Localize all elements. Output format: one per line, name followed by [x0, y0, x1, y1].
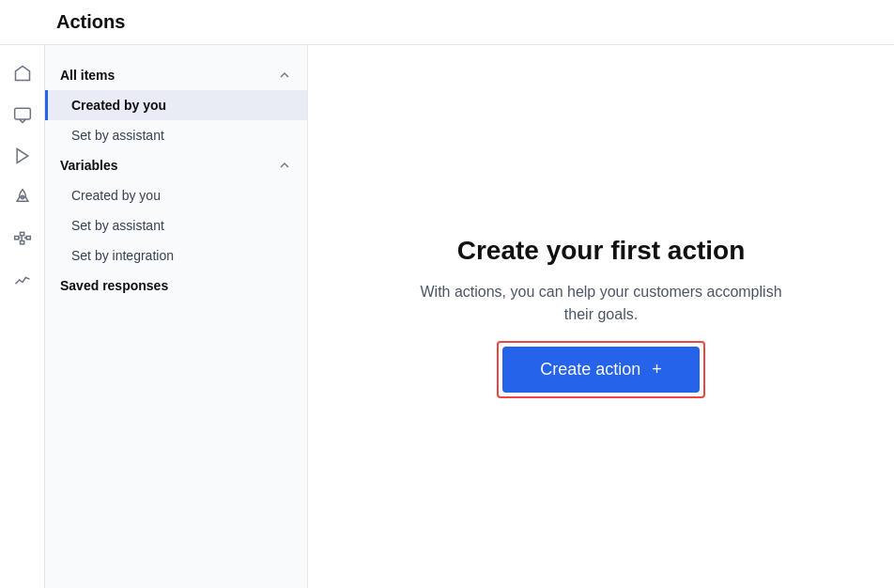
svg-rect-4: [20, 232, 23, 235]
create-action-btn-wrapper: Create action +: [497, 341, 705, 398]
variables-created-by-you-label: Created by you: [71, 188, 161, 203]
main-content: Create your first action With actions, y…: [308, 45, 894, 588]
plus-icon: +: [652, 360, 662, 379]
chevron-up-icon: [277, 68, 292, 83]
sidebar-item-variables-set-by-integration[interactable]: Set by integration: [45, 240, 307, 271]
set-by-assistant-label: Set by assistant: [71, 128, 164, 143]
saved-responses-section-header[interactable]: Saved responses: [45, 271, 307, 301]
nav-play[interactable]: [6, 139, 39, 173]
all-items-label: All items: [60, 68, 115, 83]
sidebar-item-variables-created-by-you[interactable]: Created by you: [45, 180, 307, 210]
empty-state: Create your first action With actions, y…: [413, 236, 789, 398]
all-items-section-header[interactable]: All items: [45, 60, 307, 90]
nav-home[interactable]: [6, 56, 39, 90]
created-by-you-label: Created by you: [71, 98, 166, 113]
svg-rect-0: [14, 108, 30, 119]
variables-set-by-assistant-label: Set by assistant: [71, 218, 164, 233]
svg-rect-6: [26, 237, 30, 240]
svg-rect-3: [14, 237, 18, 240]
header: Actions: [0, 0, 894, 45]
sidebar-item-variables-set-by-assistant[interactable]: Set by assistant: [45, 210, 307, 240]
create-action-button[interactable]: Create action +: [502, 347, 700, 393]
nav-chart[interactable]: [6, 263, 39, 297]
nav-chat[interactable]: [6, 98, 39, 132]
svg-marker-1: [17, 149, 28, 163]
chevron-up-icon-variables: [277, 158, 292, 173]
empty-state-description: With actions, you can help your customer…: [413, 281, 789, 326]
nav-network[interactable]: [6, 222, 39, 255]
empty-state-title: Create your first action: [457, 236, 746, 266]
saved-responses-label: Saved responses: [60, 278, 168, 293]
variables-section-header[interactable]: Variables: [45, 150, 307, 180]
nav-rocket[interactable]: [6, 180, 39, 214]
svg-rect-5: [20, 241, 23, 244]
sidebar: All items Created by you Set by assistan…: [45, 45, 308, 588]
variables-label: Variables: [60, 158, 118, 173]
main-layout: All items Created by you Set by assistan…: [0, 45, 894, 588]
icon-nav: [0, 45, 45, 588]
variables-set-by-integration-label: Set by integration: [71, 248, 174, 263]
page-title: Actions: [56, 11, 125, 33]
sidebar-item-set-by-assistant[interactable]: Set by assistant: [45, 120, 307, 150]
sidebar-item-created-by-you[interactable]: Created by you: [45, 90, 307, 120]
create-action-label: Create action: [540, 360, 640, 379]
